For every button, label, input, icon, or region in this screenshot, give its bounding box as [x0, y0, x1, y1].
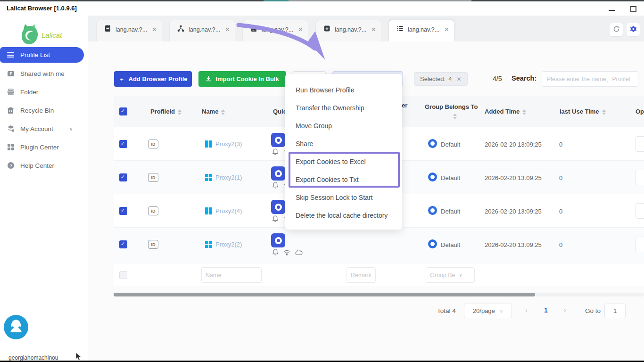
group-cell: Default [441, 208, 460, 215]
refresh-button[interactable] [610, 23, 623, 36]
column-header-profileid[interactable]: ProfileId [150, 108, 182, 115]
row-checkbox[interactable] [119, 207, 127, 215]
document-icon [250, 25, 257, 34]
tab-5-active[interactable]: lang.nav.?... ✕ [388, 20, 454, 41]
menu-item-export-cookies-txt[interactable]: Export Cookies to Txt [285, 171, 402, 189]
page-size-select[interactable]: 20/page ∨ [464, 304, 512, 318]
profile-name-link[interactable]: Proxy2(3) [215, 140, 242, 148]
horizontal-scrollbar[interactable] [114, 293, 644, 296]
import-cookie-button[interactable]: Import Cookie In Bulk [198, 71, 286, 87]
sidebar-item-recycle-bin[interactable]: Recycle Bin [0, 103, 84, 118]
windows-icon [205, 140, 212, 148]
sidebar-item-plugin-center[interactable]: Plugin Center [0, 140, 84, 155]
close-icon[interactable]: ✕ [444, 26, 449, 33]
chevron-down-icon: ∨ [69, 126, 73, 132]
menu-item-export-cookies-excel[interactable]: Export Cookies to Excel [285, 153, 402, 171]
open-chrome-button[interactable] [271, 166, 285, 181]
menu-item-share[interactable]: Share [285, 135, 402, 153]
column-header-last-use-time[interactable]: last Use Time [560, 108, 606, 115]
wifi-icon[interactable] [283, 249, 290, 258]
open-chrome-button[interactable] [271, 200, 285, 214]
select-all-checkbox[interactable] [119, 107, 127, 115]
open-chrome-button[interactable] [271, 233, 285, 247]
id-badge-icon[interactable]: ID [148, 206, 158, 215]
maximize-icon[interactable] [630, 6, 636, 12]
plugin-icon [7, 143, 15, 151]
windows-icon [205, 241, 212, 248]
menu-item-run-browser-profile[interactable]: Run Browser Profile [285, 81, 402, 99]
next-page-icon[interactable]: › [564, 306, 566, 314]
tab-strip: lang.nav.?... ✕ lang.nav.?... ✕ lang.nav… [88, 16, 644, 41]
add-browser-profile-button[interactable]: ＋ Add Browser Profile [114, 71, 192, 87]
selected-tag[interactable]: Selected: 4 ✕ [414, 72, 468, 86]
sidebar-item-folder[interactable]: Folder [0, 84, 84, 99]
tab-4[interactable]: lang.nav.?... ✕ [315, 20, 381, 41]
customer-support-button[interactable] [4, 315, 28, 339]
open-chrome-button[interactable] [271, 133, 285, 147]
column-header-name[interactable]: Name [202, 108, 225, 115]
operation-button-partial[interactable] [636, 237, 644, 252]
id-badge-icon[interactable]: ID [148, 140, 158, 148]
sidebar-item-my-account[interactable]: My Account ∨ [0, 121, 84, 136]
save-icon [323, 25, 330, 34]
row-checkbox[interactable] [119, 173, 127, 181]
search-input[interactable] [542, 71, 638, 87]
profile-name-link[interactable]: Proxy2(2) [215, 241, 242, 248]
page-number[interactable]: 1 [544, 306, 548, 314]
sidebar-item-label: My Account [20, 125, 53, 132]
scrollbar-thumb[interactable] [114, 293, 535, 296]
clear-selection-icon[interactable]: ✕ [456, 76, 461, 82]
id-badge-icon[interactable]: ID [148, 240, 158, 249]
cloud-icon[interactable] [295, 249, 303, 258]
menu-item-move-group[interactable]: Move Group [285, 117, 402, 135]
sort-icon[interactable] [453, 114, 457, 119]
minimize-icon[interactable] [609, 10, 615, 11]
bell-icon[interactable] [272, 182, 279, 191]
row-checkbox[interactable] [119, 140, 127, 148]
sidebar-item-shared-with-me[interactable]: Shared with me [0, 66, 84, 81]
menu-item-delete-local-cache[interactable]: Delete the local cache directory [285, 206, 402, 224]
profile-name-link[interactable]: Proxy2(4) [215, 207, 242, 214]
column-header-group[interactable]: Group Belongs To [425, 102, 468, 119]
sort-icon[interactable] [522, 109, 526, 115]
table-row[interactable]: ID Proxy2(2) Default 2026-02-20 13:09:25… [114, 228, 644, 261]
bell-icon[interactable] [272, 148, 279, 157]
operation-button-partial[interactable] [636, 203, 644, 219]
chrome-icon [275, 170, 282, 177]
tab-2[interactable]: lang.nav.?... ✕ [169, 20, 235, 41]
header-label: Op [636, 108, 644, 115]
profile-name-link[interactable]: Proxy2(1) [215, 174, 242, 181]
operation-button-partial[interactable] [636, 136, 644, 152]
goto-page-input[interactable] [604, 304, 626, 318]
menu-item-transfer-ownership[interactable]: Transfer the Ownership [285, 99, 402, 117]
settings-button[interactable] [627, 23, 640, 36]
row-checkbox[interactable] [119, 240, 127, 248]
tab-1[interactable]: lang.nav.?... ✕ [96, 20, 162, 41]
header-label: last Use Time [560, 108, 599, 115]
filter-name-input[interactable] [201, 267, 262, 283]
close-icon[interactable]: ✕ [225, 26, 230, 33]
close-icon[interactable]: ✕ [298, 26, 303, 33]
column-header-operation[interactable]: Op [636, 108, 644, 115]
column-header-added-time[interactable]: Added Time [485, 108, 526, 115]
operation-button-partial[interactable] [636, 170, 644, 185]
sort-icon[interactable] [602, 109, 606, 115]
tab-label: lang.nav.?... [335, 26, 366, 33]
bell-icon[interactable] [272, 215, 279, 224]
close-icon[interactable]: ✕ [152, 26, 157, 33]
search-label: Search: [512, 74, 537, 82]
added-time-cell: 2026-02-20 13:09:25 [485, 174, 542, 181]
sidebar-item-help-center[interactable]: ? Help Center [0, 158, 84, 173]
prev-page-icon[interactable]: ‹ [525, 306, 528, 314]
sidebar-item-profile-list[interactable]: Profile List [0, 47, 84, 63]
window-title: Lalicat Browser [1.0.9.6] [7, 5, 77, 12]
id-badge-icon[interactable]: ID [148, 173, 158, 182]
sort-icon[interactable] [221, 109, 225, 115]
sort-icon[interactable] [178, 109, 182, 115]
bell-icon[interactable] [272, 249, 279, 258]
filter-group-select[interactable]: Group Be ∨ [426, 267, 475, 283]
menu-item-skip-session-lock[interactable]: Skip Session Lock to Start [285, 189, 402, 206]
filter-remark-input[interactable] [347, 267, 376, 283]
tab-3[interactable]: lang.nav.?... ✕ [242, 20, 308, 41]
close-icon[interactable]: ✕ [371, 26, 376, 33]
